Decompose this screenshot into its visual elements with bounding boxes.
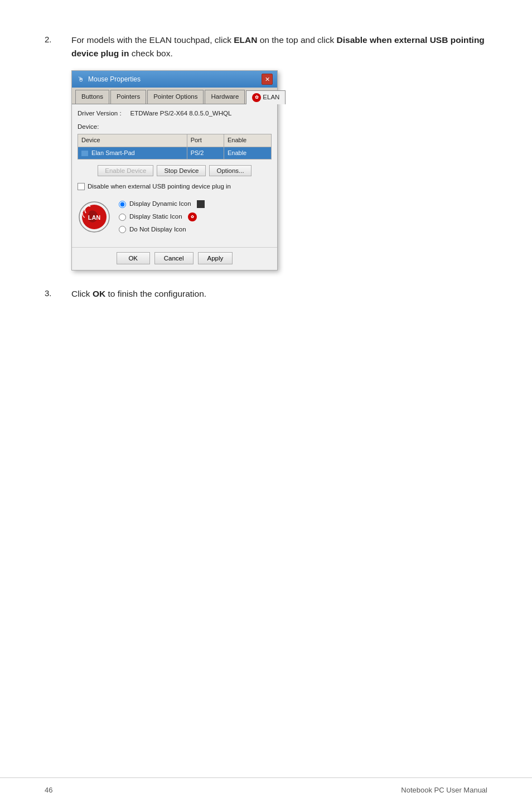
tab-pointer-options[interactable]: Pointer Options [147, 90, 204, 104]
disable-checkbox[interactable] [78, 183, 85, 190]
dynamic-icon-preview [197, 200, 205, 208]
dialog-title: Mouse Properties [88, 74, 141, 85]
step-3-text: Click OK to finish the configuration. [71, 287, 206, 301]
disable-checkbox-row[interactable]: Disable when external USB pointing devic… [78, 182, 272, 192]
device-enable-cell: Enable [224, 147, 271, 159]
options-button[interactable]: Options... [209, 165, 251, 176]
step-2: 2. For models with the ELAN touchpad, cl… [45, 33, 487, 270]
stop-device-button[interactable]: Stop Device [157, 165, 206, 176]
tab-buttons[interactable]: Buttons [75, 90, 109, 104]
enable-device-button[interactable]: Enable Device [98, 165, 153, 176]
col-port: Port [187, 134, 224, 147]
radio-none-row[interactable]: Do Not Display Icon [119, 225, 205, 235]
radio-none-input[interactable] [119, 226, 126, 233]
device-table: Device Port Enable Elan Smart-Pad [78, 134, 272, 159]
page-number: 46 [45, 786, 52, 794]
elan-tab-icon: ✿ [252, 93, 261, 102]
device-row[interactable]: Elan Smart-Pad PS/2 Enable [78, 147, 272, 159]
dialog-body: Driver Version : ETDWare PS/2-X64 8.0.5.… [72, 104, 277, 247]
disable-checkbox-label: Disable when external USB pointing devic… [88, 182, 231, 192]
tab-hardware[interactable]: Hardware [205, 90, 245, 104]
device-action-buttons: Enable Device Stop Device Options... [78, 165, 272, 176]
radio-static-input[interactable] [119, 214, 126, 221]
device-port-cell: PS/2 [187, 147, 224, 159]
mouse-properties-icon: 🖱 [76, 75, 85, 84]
col-device: Device [78, 134, 187, 147]
radio-dynamic-row[interactable]: Display Dynamic Icon [119, 199, 205, 209]
tab-elan[interactable]: ✿ ELAN [246, 90, 286, 104]
dialog-footer: OK Cancel Apply [72, 247, 277, 270]
dialog-wrapper: 🖱 Mouse Properties ✕ Buttons Pointers Po… [71, 70, 487, 270]
device-section-label: Device: [78, 122, 272, 132]
dialog-title-area: 🖱 Mouse Properties [76, 74, 141, 85]
step-2-text: For models with the ELAN touchpad, click… [71, 33, 487, 270]
dialog-close-button[interactable]: ✕ [262, 74, 273, 85]
mouse-properties-dialog: 🖱 Mouse Properties ✕ Buttons Pointers Po… [71, 70, 278, 270]
tab-pointers[interactable]: Pointers [110, 90, 146, 104]
device-row-icon [81, 151, 88, 156]
device-name-cell: Elan Smart-Pad [78, 147, 187, 159]
static-icon-preview: ✿ [188, 212, 197, 221]
elan-logo: LAN [78, 200, 111, 234]
col-enable: Enable [224, 134, 271, 147]
dialog-titlebar: 🖱 Mouse Properties ✕ [72, 71, 277, 88]
radio-dynamic-label: Display Dynamic Icon [129, 199, 191, 209]
cancel-button[interactable]: Cancel [154, 252, 194, 264]
driver-version-row: Driver Version : ETDWare PS/2-X64 8.0.5.… [78, 109, 272, 119]
page-footer: 46 Notebook PC User Manual [0, 777, 532, 802]
step-3-number: 3. [45, 287, 58, 301]
driver-version-label: Driver Version : [78, 110, 122, 117]
display-section: LAN Display Dynamic Icon [78, 197, 272, 236]
radio-static-label: Display Static Icon [129, 212, 182, 222]
apply-button[interactable]: Apply [198, 252, 233, 264]
dialog-tabs: Buttons Pointers Pointer Options Hardwar… [72, 88, 277, 104]
step-2-number: 2. [45, 33, 58, 270]
radio-static-row[interactable]: Display Static Icon ✿ [119, 212, 205, 222]
manual-title: Notebook PC User Manual [401, 786, 487, 794]
radio-none-label: Do Not Display Icon [129, 225, 186, 235]
driver-version-value: ETDWare PS/2-X64 8.0.5.0_WHQL [130, 110, 232, 117]
radio-options: Display Dynamic Icon Display Static Icon… [119, 199, 205, 234]
svg-text:LAN: LAN [88, 214, 101, 221]
ok-button[interactable]: OK [117, 252, 150, 264]
step-3: 3. Click OK to finish the configuration. [45, 287, 487, 301]
radio-dynamic-input[interactable] [119, 201, 126, 208]
